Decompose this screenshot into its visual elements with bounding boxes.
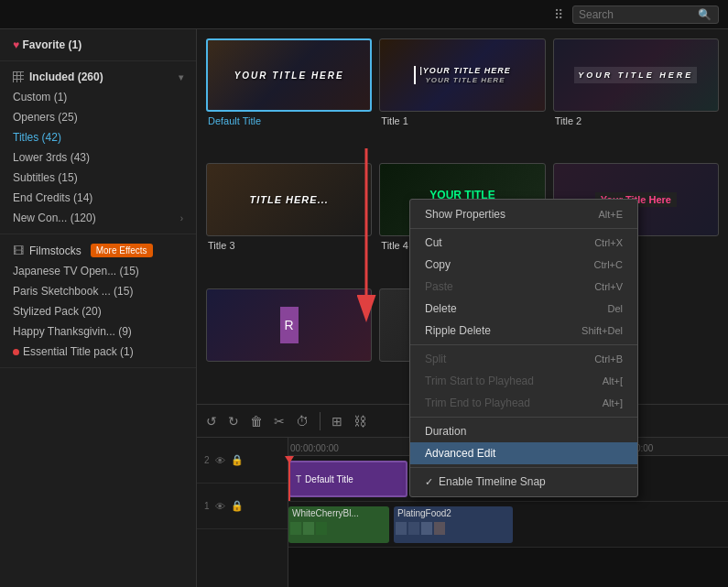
sidebar-item-japantv[interactable]: Japanese TV Open... (15)	[0, 261, 196, 281]
context-menu: Show Properties Alt+E Cut Ctrl+X Copy Ct…	[409, 199, 638, 497]
thumb-content-title6: R	[280, 307, 299, 343]
playhead	[288, 456, 290, 501]
ctx-cut[interactable]: Cut Ctrl+X	[410, 232, 637, 254]
filmstock-icon: 🎞	[13, 245, 24, 257]
ctx-separator-4	[410, 467, 637, 468]
sidebar-item-newcon[interactable]: New Con... (120) ›	[0, 208, 196, 228]
sidebar-filmstocks-section: 🎞 Filmstocks More Effects Japanese TV Op…	[0, 234, 196, 368]
add-track-icon[interactable]: ⊞	[331, 414, 342, 429]
checkmark-icon: ✓	[425, 476, 433, 487]
timecode-start: 00:00:00:00	[290, 443, 339, 453]
chevron-right-icon: ›	[180, 213, 183, 223]
link-icon[interactable]: ⛓	[353, 414, 366, 429]
filmstocks-header[interactable]: 🎞 Filmstocks More Effects	[0, 240, 196, 261]
chevron-down-icon: ▾	[179, 72, 183, 82]
thumb-label-title1: Title 1	[379, 115, 545, 126]
track-header-title: 2 👁 🔒	[197, 438, 288, 484]
sidebar-item-essentialtitle[interactable]: Essential Title pack (1)	[0, 342, 196, 362]
heart-icon: ♥	[13, 38, 19, 51]
undo-icon[interactable]: ↺	[206, 414, 217, 429]
ctx-copy[interactable]: Copy Ctrl+C	[410, 254, 637, 276]
sidebar-item-titles[interactable]: Titles (42)	[0, 127, 196, 147]
lock-icon-2[interactable]: 🔒	[231, 500, 244, 512]
grid-small-icon	[13, 71, 24, 82]
sidebar-item-openers[interactable]: Openers (25)	[0, 107, 196, 127]
sidebar-item-thanksgiving[interactable]: Happy Thanksgivin... (9)	[0, 321, 196, 342]
track-header-video: 1 👁 🔒	[197, 484, 288, 529]
sidebar-item-paris[interactable]: Paris Sketchbook ... (15)	[0, 281, 196, 301]
lock-icon-1[interactable]: 🔒	[231, 454, 244, 466]
eye-icon-1[interactable]: 👁	[215, 455, 225, 466]
ctx-trim-start: Trim Start to Playhead Alt+[	[410, 370, 637, 392]
timer-icon[interactable]: ⏱	[296, 414, 309, 429]
track-row-video: WhiteCherryBl... PlatingFood2	[288, 502, 728, 548]
delete-icon[interactable]: 🗑	[250, 414, 263, 429]
ctx-delete[interactable]: Delete Del	[410, 298, 637, 320]
thumbnail-title3[interactable]: TITLE HERE... Title 3	[206, 163, 372, 280]
sidebar: ♥ Favorite (1) Included (260) ▾ Custom (…	[0, 29, 197, 587]
thumb-label-title2: Title 2	[553, 115, 719, 126]
dot-red-icon	[13, 349, 19, 355]
ctx-show-properties[interactable]: Show Properties Alt+E	[410, 203, 637, 225]
food-frames	[394, 520, 513, 537]
thumbnail-title2[interactable]: YOUR TITLE HERE Title 2	[553, 38, 719, 156]
timeline-side: 2 👁 🔒 1 👁 🔒	[197, 438, 288, 587]
thumb-label-default: Default Title	[206, 115, 372, 126]
thumb-default-title-image[interactable]: YOUR TITLE HERE	[206, 38, 372, 112]
title-clip[interactable]: T Default Title	[288, 461, 407, 497]
clip-food[interactable]: PlatingFood2	[394, 506, 513, 543]
ctx-advanced-edit[interactable]: Advanced Edit	[410, 442, 637, 464]
thumb-label-title3: Title 3	[206, 240, 372, 251]
thumb-text-title3: TITLE HERE...	[249, 194, 328, 205]
thumb-text-title2: YOUR TITLE HERE	[574, 67, 697, 83]
thumb-title3-image[interactable]: TITLE HERE...	[206, 163, 372, 236]
sidebar-item-custom[interactable]: Custom (1)	[0, 87, 196, 107]
sidebar-item-subtitles[interactable]: Subtitles (15)	[0, 168, 196, 188]
sidebar-included-section: Included (260) ▾ Custom (1) Openers (25)…	[0, 61, 196, 234]
sidebar-item-stylized[interactable]: Stylized Pack (20)	[0, 301, 196, 321]
more-effects-button[interactable]: More Effects	[91, 244, 153, 257]
playhead-triangle	[285, 456, 294, 463]
sidebar-favorites-section: ♥ Favorite (1)	[0, 29, 196, 61]
main-layout: ♥ Favorite (1) Included (260) ▾ Custom (…	[0, 29, 728, 587]
cut-icon[interactable]: ✂	[274, 414, 285, 429]
content-area: YOUR TITLE HERE Default Title |YOUR TITL…	[197, 29, 728, 587]
search-input[interactable]	[579, 8, 698, 21]
sidebar-item-included[interactable]: Included (260) ▾	[0, 67, 196, 87]
ctx-enable-snap[interactable]: ✓Enable Timeline Snap	[410, 471, 637, 493]
thumb-title2-image[interactable]: YOUR TITLE HERE	[553, 38, 719, 112]
ctx-split: Split Ctrl+B	[410, 348, 637, 370]
clip-cherry[interactable]: WhiteCherryBl...	[288, 506, 389, 543]
toolbar-separator	[320, 412, 321, 430]
thumb-text-title1: |YOUR TITLE HEREYOUR TITLE HERE	[414, 66, 511, 84]
thumb-text-default: YOUR TITLE HERE	[234, 71, 344, 81]
ctx-trim-end: Trim End to Playhead Alt+]	[410, 392, 637, 414]
grid-icon: ⠿	[554, 7, 563, 22]
top-bar: ⠿ 🔍	[0, 0, 728, 29]
sidebar-item-favorite[interactable]: ♥ Favorite (1)	[0, 35, 196, 55]
ctx-duration[interactable]: Duration	[410, 420, 637, 442]
ctx-separator-1	[410, 228, 637, 229]
thumbnail-title1[interactable]: |YOUR TITLE HEREYOUR TITLE HERE Title 1	[379, 38, 545, 156]
search-box[interactable]: 🔍	[572, 5, 719, 24]
ctx-separator-2	[410, 344, 637, 345]
thumb-title1-image[interactable]: |YOUR TITLE HEREYOUR TITLE HERE	[379, 38, 545, 112]
thumb-title6-image[interactable]: R	[206, 288, 372, 362]
ctx-separator-3	[410, 417, 637, 418]
search-icon: 🔍	[698, 8, 712, 21]
sidebar-item-lower3rds[interactable]: Lower 3rds (43)	[0, 147, 196, 168]
ctx-paste: Paste Ctrl+V	[410, 276, 637, 298]
thumbnail-title6[interactable]: R	[206, 288, 372, 395]
redo-icon[interactable]: ↻	[228, 414, 239, 429]
sidebar-item-endcredits[interactable]: End Credits (14)	[0, 188, 196, 208]
cherry-frames	[288, 520, 389, 537]
thumbnail-default-title[interactable]: YOUR TITLE HERE Default Title	[206, 38, 372, 156]
ctx-ripple-delete[interactable]: Ripple Delete Shift+Del	[410, 320, 637, 342]
eye-icon-2[interactable]: 👁	[215, 501, 225, 512]
